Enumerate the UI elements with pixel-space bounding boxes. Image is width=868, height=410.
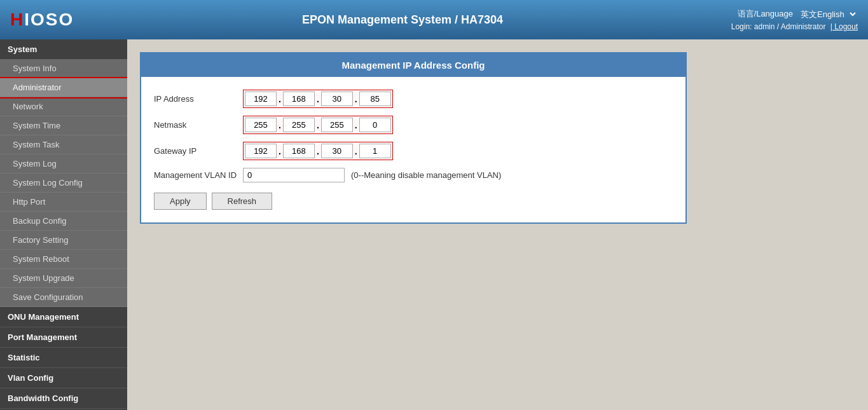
lang-select[interactable]: 英文English 中文Chinese bbox=[798, 9, 858, 20]
ip-address-octet4[interactable] bbox=[359, 92, 391, 106]
sidebar-item-system-time[interactable]: System Time bbox=[0, 116, 127, 135]
gateway-octet1[interactable] bbox=[245, 144, 277, 158]
header-right: 语言/Language 英文English 中文Chinese Login: a… bbox=[731, 8, 858, 31]
sidebar-item-system-task[interactable]: System Task bbox=[0, 135, 127, 154]
sidebar-item-system-log-config[interactable]: System Log Config bbox=[0, 174, 127, 193]
sidebar-item-http-port[interactable]: Http Port bbox=[0, 193, 127, 212]
config-panel: Management IP Address Config IP Address … bbox=[140, 52, 687, 224]
config-body: IP Address . . . Netmask bbox=[141, 77, 685, 222]
sidebar-item-bandwidth-config[interactable]: Bandwidth Config bbox=[0, 388, 127, 409]
lang-label: 语言/Language bbox=[738, 8, 793, 20]
sidebar-item-statistic[interactable]: Statistic bbox=[0, 348, 127, 368]
netmask-label: Netmask bbox=[154, 120, 243, 130]
ip-dot2: . bbox=[316, 94, 320, 104]
content: Management IP Address Config IP Address … bbox=[127, 39, 868, 410]
gateway-dot3: . bbox=[354, 146, 358, 156]
ip-address-octet3[interactable] bbox=[321, 92, 353, 106]
logo-text: HIOSO bbox=[10, 10, 74, 30]
sidebar-item-administrator[interactable]: Administrator bbox=[0, 78, 127, 97]
sidebar-item-system-reboot[interactable]: System Reboot bbox=[0, 250, 127, 269]
ip-address-octet1[interactable] bbox=[245, 92, 277, 106]
sidebar-item-save-configuration[interactable]: Save Configuration bbox=[0, 288, 127, 307]
header-title: EPON Management System / HA7304 bbox=[74, 13, 731, 27]
config-title: Management IP Address Config bbox=[141, 53, 685, 77]
refresh-button[interactable]: Refresh bbox=[212, 193, 273, 210]
sidebar-item-onu-management[interactable]: ONU Management bbox=[0, 307, 127, 327]
lang-area: 语言/Language 英文English 中文Chinese bbox=[738, 8, 858, 20]
gateway-row: Gateway IP . . . bbox=[154, 142, 673, 160]
sidebar-item-port-management[interactable]: Port Management bbox=[0, 327, 127, 348]
ip-address-inputs: . . . bbox=[243, 90, 393, 108]
gateway-label: Gateway IP bbox=[154, 146, 243, 156]
netmask-inputs: . . . bbox=[243, 116, 393, 134]
gateway-octet4[interactable] bbox=[359, 144, 391, 158]
login-text: Login: admin / Administrator bbox=[731, 22, 826, 31]
netmask-dot1: . bbox=[278, 120, 282, 130]
netmask-dot2: . bbox=[316, 120, 320, 130]
button-row: Apply Refresh bbox=[154, 193, 673, 210]
netmask-octet2[interactable] bbox=[283, 118, 315, 132]
vlan-label: Management VLAN ID bbox=[154, 170, 243, 180]
sidebar: System System Info Administrator Network… bbox=[0, 39, 127, 410]
gateway-inputs: . . . bbox=[243, 142, 393, 160]
ip-dot3: . bbox=[354, 94, 358, 104]
vlan-row: Management VLAN ID (0--Meaning disable m… bbox=[154, 168, 673, 182]
netmask-octet4[interactable] bbox=[359, 118, 391, 132]
gateway-dot2: . bbox=[316, 146, 320, 156]
logout-link[interactable]: | Logout bbox=[830, 22, 858, 31]
logo: HIOSO bbox=[10, 10, 74, 30]
login-area: Login: admin / Administrator | Logout bbox=[731, 22, 858, 31]
vlan-hint: (0--Meaning disable management VLAN) bbox=[351, 170, 501, 180]
ip-address-octet2[interactable] bbox=[283, 92, 315, 106]
logo-h: H bbox=[10, 10, 24, 29]
netmask-dot3: . bbox=[354, 120, 358, 130]
ip-address-label: IP Address bbox=[154, 94, 243, 104]
netmask-octet1[interactable] bbox=[245, 118, 277, 132]
sidebar-item-backup-config[interactable]: Backup Config bbox=[0, 212, 127, 231]
vlan-input[interactable] bbox=[243, 168, 345, 182]
sidebar-item-factory-setting[interactable]: Factory Setting bbox=[0, 231, 127, 250]
header: HIOSO EPON Management System / HA7304 语言… bbox=[0, 0, 868, 39]
netmask-row: Netmask . . . bbox=[154, 116, 673, 134]
sidebar-item-vlan-config[interactable]: Vlan Config bbox=[0, 368, 127, 388]
sidebar-item-system-upgrade[interactable]: System Upgrade bbox=[0, 269, 127, 288]
sidebar-section-system[interactable]: System bbox=[0, 39, 127, 59]
main-layout: System System Info Administrator Network… bbox=[0, 39, 868, 410]
ip-address-row: IP Address . . . bbox=[154, 90, 673, 108]
gateway-octet3[interactable] bbox=[321, 144, 353, 158]
sidebar-item-system-log[interactable]: System Log bbox=[0, 154, 127, 174]
sidebar-item-system-info[interactable]: System Info bbox=[0, 59, 127, 78]
sidebar-item-network[interactable]: Network bbox=[0, 97, 127, 116]
apply-button[interactable]: Apply bbox=[154, 193, 207, 210]
netmask-octet3[interactable] bbox=[321, 118, 353, 132]
gateway-octet2[interactable] bbox=[283, 144, 315, 158]
gateway-dot1: . bbox=[278, 146, 282, 156]
ip-dot1: . bbox=[278, 94, 282, 104]
